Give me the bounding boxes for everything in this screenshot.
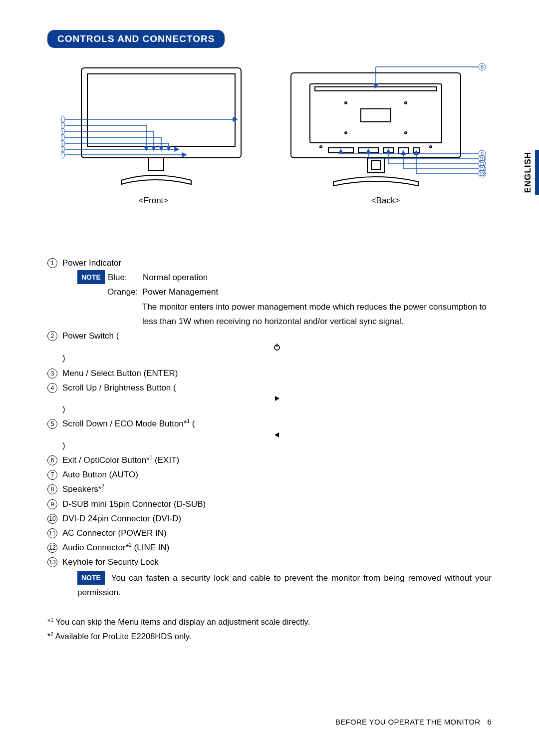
footnote: *1 You can skip the Menu items and displ… — [47, 615, 492, 629]
item-body: Audio Connector*2 (LINE IN) — [62, 540, 492, 555]
svg-point-43 — [320, 146, 322, 148]
note-block: NOTEBlue:Normal operationOrange:Power Ma… — [77, 270, 492, 329]
svg-text:4: 4 — [61, 134, 63, 140]
svg-rect-1 — [87, 74, 235, 146]
item-marker: 5 — [47, 419, 57, 429]
svg-marker-60 — [339, 149, 343, 153]
item-body: Speakers*2 — [62, 482, 492, 496]
list-item: 8Speakers*2 — [47, 482, 492, 496]
back-label: <Back> — [279, 196, 492, 206]
item-body: D-SUB mini 15pin Connector (D-SUB) — [62, 497, 492, 511]
note-label: NOTE — [77, 571, 105, 585]
front-diagram: 1 2 3 4 5 6 7 <Front> — [47, 63, 260, 206]
item-body: Auto Button (AUTO) — [62, 467, 492, 482]
list-item: 9D-SUB mini 15pin Connector (D-SUB) — [47, 497, 492, 511]
item-body: Scroll Down / ECO Mode Button*1 ( ) — [62, 416, 492, 452]
svg-point-42 — [405, 132, 407, 134]
svg-marker-18 — [152, 146, 156, 150]
item-marker: 4 — [47, 383, 57, 393]
svg-text:5: 5 — [61, 140, 63, 146]
svg-rect-36 — [310, 84, 442, 143]
svg-marker-63 — [366, 149, 370, 153]
item-marker: 10 — [47, 514, 57, 524]
item-body: Scroll Up / Brightness Button ( ) — [62, 380, 492, 416]
list-item: 12Audio Connector*2 (LINE IN) — [47, 540, 492, 555]
item-marker: 12 — [47, 543, 57, 553]
list-item: 6Exit / OptiColor Button*1 (EXIT) — [47, 453, 492, 467]
item-marker: 9 — [47, 499, 57, 509]
back-diagram: 8 9 10 11 12 13 <Back> — [279, 63, 492, 206]
controls-list: 1Power IndicatorNOTEBlue:Normal operatio… — [47, 256, 492, 600]
svg-text:2: 2 — [61, 122, 63, 128]
svg-rect-2 — [149, 158, 164, 170]
item-body: Exit / OptiColor Button*1 (EXIT) — [62, 453, 492, 467]
item-body: Menu / Select Button (ENTER) — [62, 366, 492, 380]
section-heading: CONTROLS AND CONNECTORS — [47, 30, 225, 48]
svg-marker-86 — [274, 432, 279, 437]
svg-marker-19 — [159, 146, 163, 150]
item-marker: 11 — [47, 528, 57, 538]
svg-marker-16 — [182, 153, 186, 157]
svg-marker-17 — [144, 146, 148, 150]
svg-marker-14 — [175, 147, 179, 151]
svg-text:8: 8 — [480, 64, 483, 70]
svg-point-40 — [405, 102, 407, 104]
list-item: 11AC Connector (POWER IN) — [47, 526, 492, 540]
item-marker: 3 — [47, 369, 57, 378]
note-label: NOTE — [77, 270, 105, 284]
language-tab: ENGLISH — [523, 150, 539, 195]
front-label: <Front> — [47, 196, 260, 206]
svg-point-39 — [345, 102, 347, 104]
list-item: 4Scroll Up / Brightness Button ( ) — [47, 380, 492, 416]
svg-point-41 — [345, 132, 347, 134]
svg-marker-69 — [401, 151, 405, 155]
svg-rect-38 — [361, 109, 391, 122]
svg-marker-66 — [386, 149, 390, 153]
list-item: 10DVI-D 24pin Connector (DVI-D) — [47, 511, 492, 526]
footnote: *2 Available for ProLite E2208HDS only. — [47, 629, 492, 643]
list-item: 5Scroll Down / ECO Mode Button*1 ( ) — [47, 416, 492, 452]
item-marker: 2 — [47, 331, 57, 341]
list-item: 2Power Switch ( ) — [47, 329, 492, 366]
page-footer: BEFORE YOU OPERATE THE MONITOR6 — [335, 718, 492, 726]
list-item: 3Menu / Select Button (ENTER) — [47, 366, 492, 380]
note-block: NOTE You can fasten a security lock and … — [77, 571, 492, 600]
item-body: AC Connector (POWER IN) — [62, 526, 492, 540]
svg-marker-72 — [414, 151, 418, 155]
list-item: 7Auto Button (AUTO) — [47, 467, 492, 482]
item-body: Power Switch ( ) — [62, 329, 492, 366]
svg-marker-20 — [167, 146, 171, 150]
item-body: DVI-D 24pin Connector (DVI-D) — [62, 511, 492, 526]
item-marker: 13 — [47, 557, 57, 567]
svg-text:13: 13 — [479, 171, 485, 177]
footnotes: *1 You can skip the Menu items and displ… — [47, 615, 492, 643]
item-marker: 8 — [47, 484, 57, 494]
svg-point-44 — [430, 146, 432, 148]
item-marker: 6 — [47, 455, 57, 465]
item-marker: 7 — [47, 470, 57, 480]
svg-text:3: 3 — [61, 128, 63, 134]
svg-marker-85 — [275, 396, 279, 401]
list-item: 13Keyhole for Security LockNOTE You can … — [47, 555, 492, 600]
svg-text:1: 1 — [61, 116, 63, 122]
item-body: Keyhole for Security LockNOTE You can fa… — [62, 555, 492, 600]
item-marker: 1 — [47, 258, 57, 268]
list-item: 1Power IndicatorNOTEBlue:Normal operatio… — [47, 256, 492, 329]
item-body: Power IndicatorNOTEBlue:Normal operation… — [62, 256, 492, 329]
svg-marker-4 — [233, 117, 237, 121]
svg-text:7: 7 — [61, 152, 63, 158]
svg-rect-51 — [371, 160, 380, 169]
